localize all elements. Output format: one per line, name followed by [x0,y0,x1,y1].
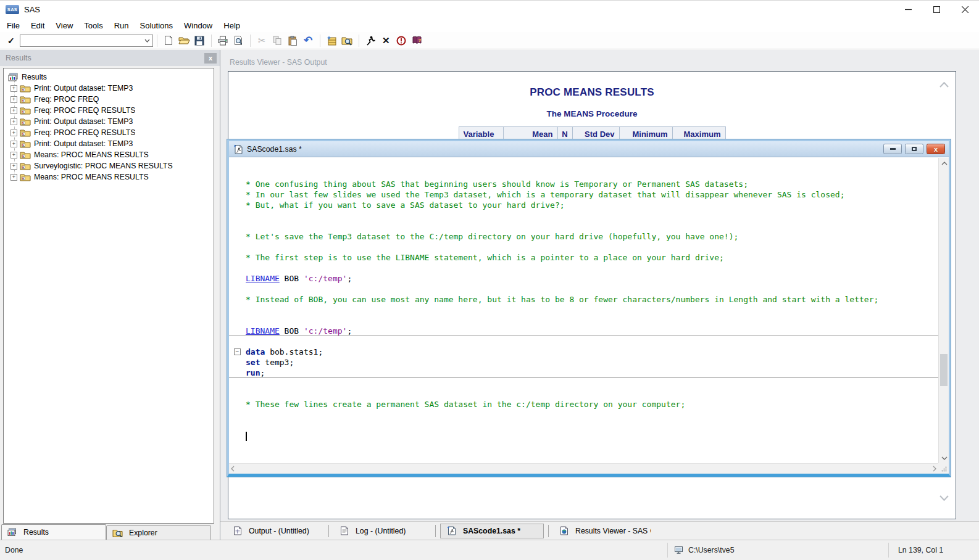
code-line[interactable]: run; [229,368,938,378]
working-directory[interactable]: C:\Users\tve5 [668,546,888,554]
results-tree-item[interactable]: +Freq: PROC FREQ [6,94,212,105]
code-line[interactable] [229,420,938,430]
scroll-arrow-left-icon[interactable] [231,466,235,472]
command-field[interactable] [20,36,143,46]
code-line[interactable]: * One confusing thing about SAS that beg… [229,179,938,189]
undo-icon[interactable]: ↶ [301,33,316,48]
expand-plus-icon[interactable]: + [10,152,17,159]
results-tree-item[interactable]: +Surveylogistic: PROC MEANS RESULTS [6,160,212,171]
scroll-arrow-down-icon[interactable] [939,453,949,463]
scroll-up-icon[interactable] [939,80,949,89]
expand-plus-icon[interactable]: + [10,130,17,136]
results-tree-item[interactable]: +Means: PROC MEANS RESULTS [6,149,212,160]
code-line[interactable] [229,315,938,326]
scroll-arrow-up-icon[interactable] [939,158,949,168]
results-root-item[interactable]: Results [6,72,212,83]
chevron-down-icon[interactable] [143,35,152,46]
code-line[interactable] [229,221,938,231]
code-line[interactable]: * The first step is to use the LIBNAME s… [229,252,938,263]
window-tab-results-viewer-sas-ou[interactable]: Results Viewer - SAS Ou... [553,524,651,538]
print-preview-icon[interactable] [231,33,246,48]
results-tree-item[interactable]: +Means: PROC MEANS RESULTS [6,171,212,183]
panel-tab-results[interactable]: Results [1,524,106,540]
open-icon[interactable] [177,33,192,48]
code-editor[interactable]: * One confusing thing about SAS that beg… [229,158,938,463]
menu-solutions[interactable]: Solutions [135,20,178,31]
fold-collapse-icon[interactable]: − [234,348,241,355]
menu-help[interactable]: Help [218,20,246,31]
editor-horizontal-scrollbar[interactable] [229,463,938,474]
scrollbar-thumb[interactable] [940,354,948,386]
editor-restore-button[interactable] [905,144,923,154]
explorer-icon[interactable] [340,33,355,48]
expand-plus-icon[interactable]: + [10,174,17,181]
results-tree-item[interactable]: +Print: Output dataset: TEMP3 [6,83,212,94]
code-line[interactable] [229,410,938,420]
code-line[interactable] [229,389,938,399]
menu-view[interactable]: View [50,20,78,31]
close-button[interactable] [951,1,979,19]
code-line[interactable] [229,284,938,294]
editor-minimize-button[interactable] [883,144,902,154]
menu-window[interactable]: Window [178,20,218,31]
results-tree-item[interactable]: +Freq: PROC FREQ RESULTS [6,127,212,138]
expand-plus-icon[interactable]: + [10,141,17,147]
results-tree-item[interactable]: +Print: Output dataset: TEMP3 [6,116,212,127]
panel-tab-explorer[interactable]: Explorer [106,525,211,540]
expand-plus-icon[interactable]: + [10,96,17,103]
code-line[interactable]: LIBNAME BOB 'c:/temp'; [229,273,938,284]
expand-plus-icon[interactable]: + [10,85,17,92]
code-line[interactable] [229,263,938,273]
code-line[interactable]: * Let's save the Temp3 dataset to the C:… [229,231,938,242]
copy-icon[interactable] [270,33,285,48]
results-tree-item[interactable]: +Freq: PROC FREQ RESULTS [6,105,212,116]
scroll-arrow-right-icon[interactable] [933,466,936,472]
code-line[interactable] [229,305,938,315]
code-line[interactable] [229,210,938,221]
code-line[interactable]: LIBNAME BOB 'c:/temp'; [229,326,938,336]
panel-close-icon[interactable]: x [204,53,217,64]
print-icon[interactable] [215,33,231,48]
code-line[interactable]: set temp3; [229,357,938,368]
menu-tools[interactable]: Tools [78,20,108,31]
code-line[interactable] [229,430,938,441]
minimize-button[interactable] [894,1,922,19]
code-line[interactable] [229,242,938,252]
editor-title-bar[interactable]: SAScode1.sas * x [229,141,949,157]
code-line[interactable]: * These few lines create a permanent SAS… [229,399,938,410]
cut-icon[interactable]: ✂ [254,33,270,48]
command-input[interactable] [20,35,153,47]
menu-run[interactable]: Run [109,20,135,31]
expand-plus-icon[interactable]: + [10,163,17,170]
submit-icon[interactable] [363,33,378,48]
menu-edit[interactable]: Edit [25,20,50,31]
interrupt-icon[interactable] [394,33,409,48]
menu-file[interactable]: File [1,20,25,31]
new-library-icon[interactable] [324,33,340,48]
expand-plus-icon[interactable]: + [10,118,17,125]
results-viewer-title[interactable]: Results Viewer - SAS Output [222,55,962,70]
maximize-button[interactable] [922,1,951,19]
code-line[interactable] [229,336,938,347]
results-tree-item[interactable]: +Print: Output dataset: TEMP3 [6,138,212,149]
resize-grip[interactable] [938,463,949,474]
code-line[interactable] [229,168,938,179]
editor-vertical-scrollbar[interactable] [938,158,949,463]
window-tab-output-untitled[interactable]: Output - (Untitled) [227,524,324,538]
code-line[interactable] [229,378,938,389]
window-tab-sascode1-sas[interactable]: SAScode1.sas * [440,524,544,538]
window-tab-log-untitled[interactable]: Log - (Untitled) [333,524,431,538]
expand-plus-icon[interactable]: + [10,107,17,114]
editor-close-button[interactable]: x [927,144,945,154]
help-book-icon[interactable]: ? [409,33,425,48]
break-icon[interactable]: ✕ [378,33,394,48]
paste-icon[interactable] [285,33,301,48]
code-line[interactable]: −data bob.stats1; [229,347,938,357]
code-line[interactable] [229,158,938,168]
new-document-icon[interactable] [161,33,177,48]
code-line[interactable]: * In our last few slides we used the Tem… [229,189,938,200]
code-line[interactable]: * Instead of BOB, you can use most any n… [229,294,938,305]
scroll-down-icon[interactable] [939,493,949,503]
save-icon[interactable] [192,33,207,48]
code-line[interactable]: * But, what if you want to save a SAS da… [229,200,938,210]
